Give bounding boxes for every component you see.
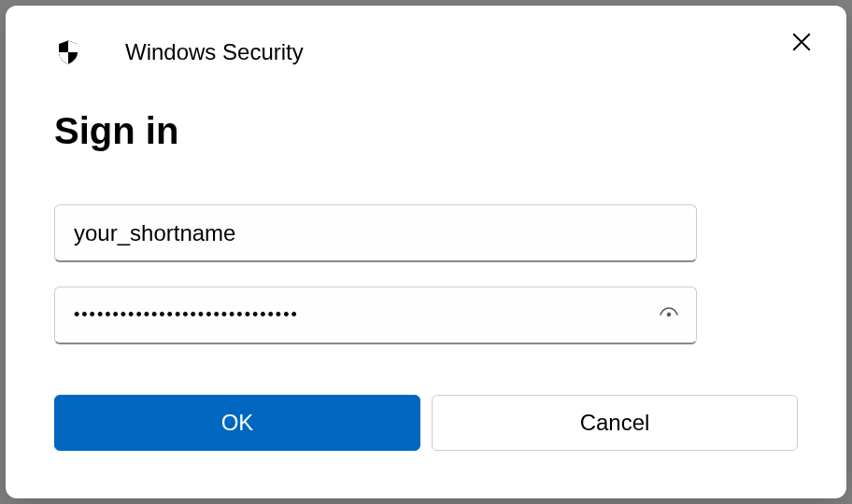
dialog-content: Sign in: [6, 73, 846, 344]
eye-icon: [658, 303, 680, 329]
username-input[interactable]: [54, 204, 697, 262]
titlebar: Windows Security: [6, 6, 846, 73]
svg-point-0: [667, 312, 671, 315]
button-row: OK Cancel: [6, 395, 846, 451]
password-input[interactable]: [54, 287, 697, 344]
dialog-title: Windows Security: [125, 39, 809, 65]
ok-button[interactable]: OK: [54, 395, 420, 451]
shield-icon: [54, 38, 82, 66]
close-button[interactable]: [787, 28, 816, 58]
close-icon: [792, 33, 811, 54]
sign-in-heading: Sign in: [54, 110, 798, 152]
cancel-button[interactable]: Cancel: [432, 395, 798, 451]
reveal-password-button[interactable]: [648, 295, 689, 336]
password-wrapper: [54, 287, 697, 344]
security-dialog: Windows Security Sign in OK Cancel: [6, 6, 846, 498]
